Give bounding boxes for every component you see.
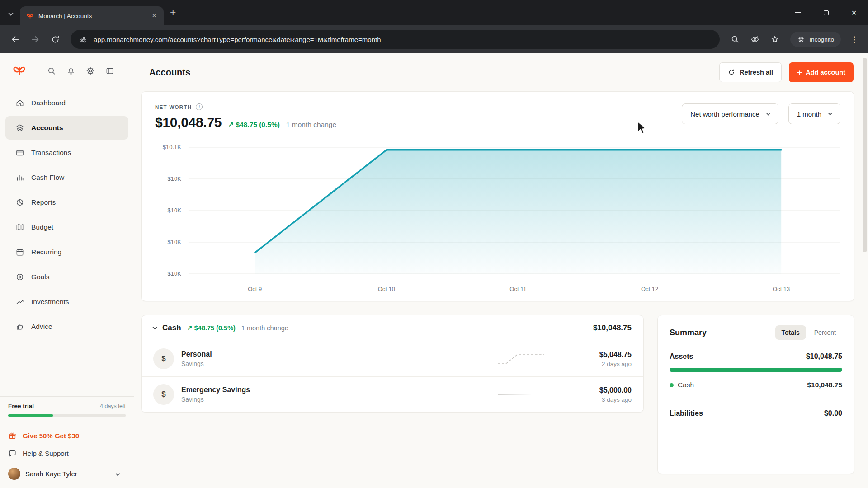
tab-close-icon[interactable]: × — [149, 11, 159, 20]
collapse-chevron-icon[interactable] — [153, 325, 157, 329]
maximize-button[interactable] — [812, 0, 840, 25]
referral-label: Give 50% Get $30 — [23, 432, 79, 440]
account-type: Savings — [181, 396, 250, 403]
date-range-dropdown[interactable]: 1 month — [788, 103, 840, 124]
user-menu[interactable]: Sarah Kaye Tyler — [0, 463, 134, 488]
tab-title: Monarch | Accounts — [38, 13, 145, 19]
page-scrollbar[interactable] — [863, 58, 867, 252]
monarch-logo-icon[interactable] — [12, 63, 27, 78]
change-value: $48.75 (0.5%) — [236, 121, 279, 128]
svg-text:Oct 12: Oct 12 — [641, 286, 658, 292]
bookmark-star-icon[interactable] — [766, 30, 784, 48]
referral-link[interactable]: Give 50% Get $30 — [0, 424, 134, 444]
dollar-circle-icon: $ — [153, 384, 174, 405]
sidebar-item-advice[interactable]: Advice — [5, 315, 128, 338]
account-values: $5,048.75 2 days ago — [573, 351, 632, 367]
account-balance: $5,000.00 — [573, 386, 632, 394]
zoom-icon[interactable] — [726, 30, 744, 48]
svg-text:Oct 11: Oct 11 — [509, 286, 526, 292]
sidebar-item-label: Transactions — [31, 149, 71, 157]
reload-icon[interactable] — [46, 30, 64, 48]
account-info: Emergency Savings Savings — [181, 386, 250, 403]
notifications-bell-icon[interactable] — [61, 66, 81, 75]
sidebar-item-recurring[interactable]: Recurring — [5, 240, 128, 264]
net-worth-label: NET WORTH — [155, 104, 192, 110]
refresh-icon — [728, 69, 735, 76]
tab-search-chevron-icon[interactable] — [9, 9, 13, 17]
site-settings-icon[interactable] — [79, 35, 87, 44]
sidebar-item-label: Accounts — [31, 124, 63, 132]
svg-text:$10.1K: $10.1K — [163, 144, 181, 150]
svg-text:Oct 10: Oct 10 — [378, 286, 395, 292]
account-sparkline — [496, 350, 546, 368]
calendar-icon — [15, 248, 24, 257]
account-row[interactable]: $ Emergency Savings Savings $5,000.00 3 … — [142, 376, 643, 412]
settings-gear-icon[interactable] — [81, 66, 100, 75]
sidebar-item-transactions[interactable]: Transactions — [5, 141, 128, 164]
date-range-value: 1 month — [797, 110, 821, 118]
sidebar-item-dashboard[interactable]: Dashboard — [5, 91, 128, 115]
tab-percent[interactable]: Percent — [808, 325, 842, 340]
incognito-badge: Incognito — [790, 32, 841, 47]
search-icon[interactable] — [42, 66, 61, 75]
sidebar-item-cash-flow[interactable]: Cash Flow — [5, 166, 128, 189]
summary-toggle: Totals Percent — [775, 325, 842, 340]
eye-off-icon[interactable] — [746, 30, 764, 48]
sidebar-item-budget[interactable]: Budget — [5, 216, 128, 239]
account-name: Emergency Savings — [181, 386, 250, 394]
help-support-link[interactable]: Help & Support — [0, 444, 134, 463]
info-icon[interactable]: i — [196, 103, 203, 110]
url-text: app.monarchmoney.com/accounts?chartType=… — [94, 36, 381, 43]
trial-progress-fill — [8, 414, 53, 417]
minimize-button[interactable] — [784, 0, 812, 25]
chevron-down-icon — [766, 111, 770, 115]
sidebar-item-label: Reports — [31, 198, 56, 206]
back-icon[interactable] — [6, 30, 24, 48]
summary-cash-row[interactable]: Cash $10,048.75 — [670, 381, 842, 389]
sidebar-item-label: Dashboard — [31, 99, 66, 107]
sidebar-item-reports[interactable]: Reports — [5, 191, 128, 214]
forward-icon[interactable] — [26, 30, 44, 48]
change-caption: 1 month change — [286, 121, 336, 129]
browser-tab[interactable]: Monarch | Accounts × — [20, 6, 164, 25]
net-worth-chart[interactable]: $10.1K$10K$10K$10K$10KOct 9Oct 10Oct 11O… — [155, 140, 840, 297]
net-worth-card: NET WORTH i $10,048.75 ↗ $48.75 (0.5%) 1… — [141, 91, 854, 301]
cash-group-title: Cash — [162, 324, 181, 333]
sidebar-item-label: Budget — [31, 223, 53, 231]
liabilities-label: Liabilities — [670, 409, 703, 418]
tab-totals[interactable]: Totals — [775, 325, 806, 340]
close-button[interactable]: × — [840, 0, 868, 25]
account-updated: 2 days ago — [573, 361, 632, 367]
change-value: $48.75 (0.5%) — [194, 324, 236, 332]
cash-group-header[interactable]: Cash ↗ $48.75 (0.5%) 1 month change $10,… — [142, 315, 643, 341]
layers-icon — [15, 123, 24, 132]
sidebar-item-investments[interactable]: Investments — [5, 290, 128, 314]
new-tab-button[interactable]: + — [170, 7, 176, 19]
sidebar-toggle-icon[interactable] — [100, 66, 119, 75]
sidebar-item-label: Goals — [31, 273, 50, 281]
trend-up-icon: ↗ — [228, 121, 234, 128]
summary-cash-label: Cash — [678, 381, 694, 389]
sidebar-item-goals[interactable]: Goals — [5, 265, 128, 289]
account-name: Personal — [181, 350, 212, 358]
trending-up-icon — [15, 297, 24, 306]
chart-container: $10.1K$10K$10K$10K$10KOct 9Oct 10Oct 11O… — [155, 140, 840, 297]
refresh-all-button[interactable]: Refresh all — [719, 62, 782, 82]
account-row[interactable]: $ Personal Savings $5,048.75 2 days ago — [142, 341, 643, 376]
chart-type-dropdown[interactable]: Net worth performance — [682, 103, 778, 124]
account-sparkline — [496, 385, 546, 404]
home-icon — [15, 99, 24, 108]
sidebar-item-accounts[interactable]: Accounts — [5, 116, 128, 140]
summary-cash-value: $10,048.75 — [807, 381, 842, 389]
svg-text:Oct 9: Oct 9 — [248, 286, 262, 292]
add-account-label: Add account — [806, 69, 845, 76]
trial-progress-bar — [8, 414, 126, 417]
url-bar[interactable]: app.monarchmoney.com/accounts?chartType=… — [71, 30, 720, 49]
browser-menu-icon[interactable]: ⋮ — [847, 34, 862, 45]
trend-up-icon: ↗ — [187, 324, 193, 332]
divider — [670, 400, 842, 400]
close-icon: × — [851, 8, 857, 17]
sidebar-top-bar — [0, 63, 134, 78]
bar-chart-icon — [15, 173, 24, 182]
add-account-button[interactable]: + Add account — [789, 62, 854, 82]
